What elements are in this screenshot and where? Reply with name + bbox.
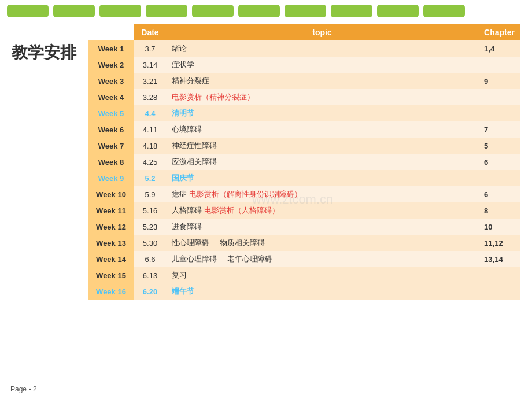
top-rect (331, 5, 372, 17)
chapter-cell: 7 (478, 121, 520, 138)
table-row: Week 54.4清明节 (88, 105, 520, 121)
table-header-row: Date topic Chapter (88, 24, 520, 40)
top-rect (7, 5, 49, 17)
table-row: Week 23.14症状学 (88, 57, 520, 73)
top-rect (99, 5, 141, 17)
table-row: Week 33.21精神分裂症9 (88, 73, 520, 89)
top-bar (0, 0, 532, 22)
top-rect (285, 5, 326, 17)
chapter-cell (478, 89, 520, 105)
title-section: 教学安排 (12, 24, 76, 300)
week-cell: Week 14 (88, 251, 134, 267)
topic-cell: 绪论 (166, 40, 478, 57)
top-rect (238, 5, 280, 17)
table-row: Week 74.18神经症性障碍5 (88, 138, 520, 154)
extra-topic-red: 电影赏析（人格障碍） (204, 206, 279, 215)
week-cell: Week 13 (88, 235, 134, 251)
holiday-date: 5.2 (145, 174, 155, 183)
top-rect (192, 5, 234, 17)
week-cell: Week 10 (88, 186, 134, 202)
top-rect (377, 5, 419, 17)
week-cell: Week 3 (88, 73, 134, 89)
chapter-cell: 5 (478, 138, 520, 154)
red-topic: 电影赏析（精神分裂症） (172, 93, 254, 101)
week-cell: Week 9 (88, 170, 134, 186)
date-cell: 5.23 (134, 219, 166, 235)
topic-cell: 进食障碍 (166, 219, 478, 235)
week-cell: Week 7 (88, 138, 134, 154)
chapter-cell: 13,14 (478, 251, 520, 267)
holiday-date: 4.4 (145, 109, 155, 118)
topic-cell: 应激相关障碍 (166, 154, 478, 170)
date-cell: 3.28 (134, 89, 166, 105)
holiday-topic: 国庆节 (172, 173, 194, 182)
header-week (88, 24, 134, 40)
week-cell: Week 11 (88, 202, 134, 219)
date-cell: 5.2 (134, 170, 166, 186)
date-cell: 3.14 (134, 57, 166, 73)
table-row: Week 105.9癔症 电影赏析（解离性身份识别障碍）6 (88, 186, 520, 202)
table-section: Date topic Chapter Week 13.7绪论1,4Week 23… (88, 24, 520, 300)
date-cell: 5.30 (134, 235, 166, 251)
topic-cell: 心境障碍 (166, 121, 478, 138)
table-row: Week 84.25应激相关障碍6 (88, 154, 520, 170)
chapter-cell: 11,12 (478, 235, 520, 251)
chapter-cell (478, 105, 520, 121)
date-cell: 3.7 (134, 40, 166, 57)
date-cell: 3.21 (134, 73, 166, 89)
chapter-cell: 9 (478, 73, 520, 89)
table-row: Week 135.30性心理障碍 物质相关障碍11,12 (88, 235, 520, 251)
table-row: Week 95.2国庆节 (88, 170, 520, 186)
chapter-cell (478, 283, 520, 300)
date-cell: 4.4 (134, 105, 166, 121)
table-row: Week 13.7绪论1,4 (88, 40, 520, 57)
top-rect (53, 5, 95, 17)
date-cell: 4.11 (134, 121, 166, 138)
date-cell: 6.13 (134, 267, 166, 283)
topic-cell: 神经症性障碍 (166, 138, 478, 154)
table-row: Week 115.16人格障碍 电影赏析（人格障碍）8 (88, 202, 520, 219)
extra-topic-red: 电影赏析（解离性身份识别障碍） (189, 190, 302, 198)
schedule-table: Date topic Chapter Week 13.7绪论1,4Week 23… (88, 24, 520, 300)
date-cell: 5.16 (134, 202, 166, 219)
header-date: Date (134, 24, 166, 40)
page-title: 教学安排 (12, 42, 76, 64)
holiday-date: 6.20 (143, 287, 157, 296)
topic-cell: 精神分裂症 (166, 73, 478, 89)
week-cell: Week 8 (88, 154, 134, 170)
chapter-cell: 6 (478, 154, 520, 170)
chapter-cell: 1,4 (478, 40, 520, 57)
holiday-topic: 清明节 (172, 109, 194, 117)
table-row: Week 166.20端午节 (88, 283, 520, 300)
chapter-cell: 10 (478, 219, 520, 235)
week-cell: Week 4 (88, 89, 134, 105)
main-content: 教学安排 Date topic Chapter Week 13.7绪论1,4We… (0, 24, 532, 300)
week-cell: Week 15 (88, 267, 134, 283)
chapter-cell (478, 57, 520, 73)
header-chapter: Chapter (478, 24, 520, 40)
table-row: Week 125.23进食障碍10 (88, 219, 520, 235)
date-cell: 4.18 (134, 138, 166, 154)
chapter-cell (478, 170, 520, 186)
table-row: Week 64.11心境障碍7 (88, 121, 520, 138)
holiday-topic: 端午节 (172, 287, 194, 295)
week-cell: Week 2 (88, 57, 134, 73)
date-cell: 5.9 (134, 186, 166, 202)
topic-cell: 儿童心理障碍 老年心理障碍 (166, 251, 478, 267)
topic-cell: 电影赏析（精神分裂症） (166, 89, 478, 105)
week-cell: Week 1 (88, 40, 134, 57)
table-row: Week 43.28电影赏析（精神分裂症） (88, 89, 520, 105)
page-footer: Page ▪ 2 (10, 385, 37, 393)
chapter-cell: 6 (478, 186, 520, 202)
chapter-cell: 8 (478, 202, 520, 219)
topic-cell: 清明节 (166, 105, 478, 121)
topic-cell: 性心理障碍 物质相关障碍 (166, 235, 478, 251)
topic-cell: 复习 (166, 267, 478, 283)
topic-cell: 症状学 (166, 57, 478, 73)
topic-cell: 人格障碍 电影赏析（人格障碍） (166, 202, 478, 219)
topic-cell: 癔症 电影赏析（解离性身份识别障碍） (166, 186, 478, 202)
header-topic: topic (166, 24, 478, 40)
topic-cell: 国庆节 (166, 170, 478, 186)
week-cell: Week 16 (88, 283, 134, 300)
week-cell: Week 6 (88, 121, 134, 138)
